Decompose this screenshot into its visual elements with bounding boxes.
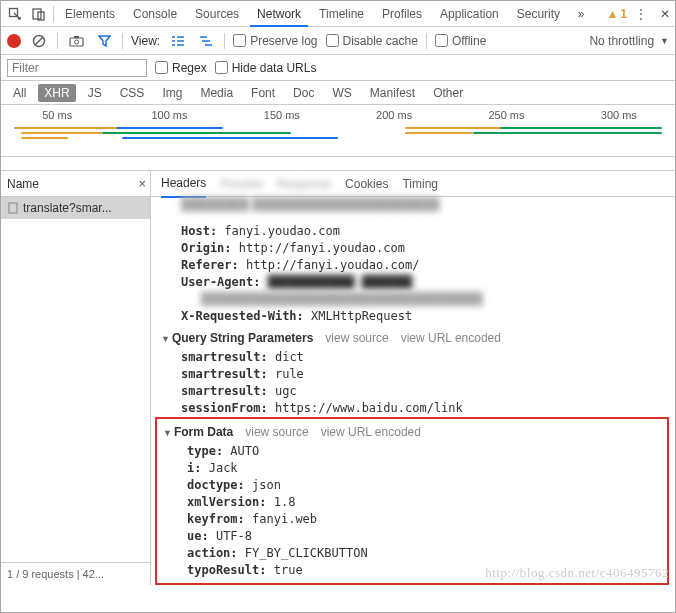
tab-timing[interactable]: Timing xyxy=(402,171,438,197)
network-toolbar: View: Preserve log Disable cache Offline… xyxy=(1,27,675,55)
header-host: Host: fanyi.youdao.com xyxy=(151,223,675,240)
type-manifest[interactable]: Manifest xyxy=(364,84,421,102)
view-url-encoded-link[interactable]: view URL encoded xyxy=(321,425,421,439)
regex-checkbox[interactable]: Regex xyxy=(155,61,207,75)
divider xyxy=(57,33,58,49)
redacted-line: ███████████████████████████████████████ xyxy=(151,291,675,308)
warnings-badge[interactable]: ▲1 xyxy=(606,7,627,21)
form-data-section[interactable]: ▼Form Data view source view URL encoded xyxy=(157,419,667,443)
svg-line-4 xyxy=(35,37,43,45)
request-name: translate?smar... xyxy=(23,201,112,215)
filter-row: Regex Hide data URLs xyxy=(1,55,675,81)
file-icon xyxy=(7,202,19,214)
type-xhr[interactable]: XHR xyxy=(38,84,75,102)
inspect-icon[interactable] xyxy=(5,4,25,24)
kebab-menu-icon[interactable]: ⋮ xyxy=(631,4,651,24)
throttling-value: No throttling xyxy=(589,34,654,48)
network-split: Name × translate?smar... 1 / 9 requests … xyxy=(1,171,675,585)
waterfall-view-icon[interactable] xyxy=(196,31,216,51)
type-all[interactable]: All xyxy=(7,84,32,102)
tab-application[interactable]: Application xyxy=(433,1,506,27)
throttling-select[interactable]: No throttling ▼ xyxy=(589,34,669,48)
warning-count: 1 xyxy=(620,7,627,21)
tab-headers[interactable]: Headers xyxy=(161,171,206,198)
view-source-link[interactable]: view source xyxy=(245,425,308,439)
form-row: action: FY_BY_CLICKBUTTON xyxy=(157,545,667,562)
triangle-down-icon: ▼ xyxy=(163,428,172,438)
type-font[interactable]: Font xyxy=(245,84,281,102)
type-css[interactable]: CSS xyxy=(114,84,151,102)
svg-rect-17 xyxy=(9,203,17,213)
offline-checkbox[interactable]: Offline xyxy=(435,34,486,48)
type-media[interactable]: Media xyxy=(194,84,239,102)
detail-tabs: Headers Preview Response Cookies Timing xyxy=(151,171,675,197)
form-row: i: Jack xyxy=(157,460,667,477)
header-user-agent: User-Agent: ████████████ ███████ xyxy=(151,274,675,291)
timeline-labels: 50 ms100 ms150 ms 200 ms250 ms300 ms xyxy=(1,109,675,123)
divider xyxy=(122,33,123,49)
qs-row: smartresult: ugc xyxy=(151,383,675,400)
divider xyxy=(426,33,427,49)
svg-rect-5 xyxy=(70,38,83,46)
tab-cookies[interactable]: Cookies xyxy=(345,171,388,197)
request-detail-pane: Headers Preview Response Cookies Timing … xyxy=(151,171,675,585)
clear-icon[interactable] xyxy=(29,31,49,51)
view-source-link[interactable]: view source xyxy=(325,331,388,345)
tab-preview[interactable]: Preview xyxy=(220,171,263,197)
qs-row: smartresult: rule xyxy=(151,366,675,383)
query-string-section[interactable]: ▼Query String Parameters view source vie… xyxy=(151,325,675,349)
divider xyxy=(224,33,225,49)
record-button[interactable] xyxy=(7,34,21,48)
close-detail-icon[interactable]: × xyxy=(138,176,146,191)
type-ws[interactable]: WS xyxy=(326,84,357,102)
close-icon[interactable]: ✕ xyxy=(655,4,675,24)
type-js[interactable]: JS xyxy=(82,84,108,102)
tab-sources[interactable]: Sources xyxy=(188,1,246,27)
request-list-pane: Name × translate?smar... 1 / 9 requests … xyxy=(1,171,151,585)
triangle-down-icon: ▼ xyxy=(161,334,170,344)
disable-cache-checkbox[interactable]: Disable cache xyxy=(326,34,418,48)
header-x-requested-with: X-Requested-With: XMLHttpRequest xyxy=(151,308,675,325)
devtools-main-tabs: Elements Console Sources Network Timelin… xyxy=(1,1,675,27)
column-name: Name xyxy=(7,177,144,191)
tab-profiles[interactable]: Profiles xyxy=(375,1,429,27)
filter-input[interactable] xyxy=(7,59,147,77)
form-row: doctype: json xyxy=(157,477,667,494)
chevron-down-icon: ▼ xyxy=(660,36,669,46)
redacted-header: ████████ ██████████████████████ xyxy=(181,197,675,223)
tab-console[interactable]: Console xyxy=(126,1,184,27)
request-row[interactable]: translate?smar... xyxy=(1,197,150,219)
capture-screenshot-icon[interactable] xyxy=(66,31,86,51)
preserve-log-checkbox[interactable]: Preserve log xyxy=(233,34,317,48)
regex-label: Regex xyxy=(172,61,207,75)
warning-icon: ▲ xyxy=(606,7,618,21)
tab-timeline[interactable]: Timeline xyxy=(312,1,371,27)
timeline-bars xyxy=(1,123,675,153)
more-tabs-icon[interactable]: » xyxy=(571,4,591,24)
qs-row: smartresult: dict xyxy=(151,349,675,366)
header-origin: Origin: http://fanyi.youdao.com xyxy=(151,240,675,257)
tab-network[interactable]: Network xyxy=(250,1,308,27)
offline-label: Offline xyxy=(452,34,486,48)
waterfall-timeline[interactable]: 50 ms100 ms150 ms 200 ms250 ms300 ms xyxy=(1,105,675,157)
type-doc[interactable]: Doc xyxy=(287,84,320,102)
tab-response[interactable]: Response xyxy=(277,171,331,197)
form-row: typoResult: true xyxy=(157,562,667,579)
tab-elements[interactable]: Elements xyxy=(58,1,122,27)
type-other[interactable]: Other xyxy=(427,84,469,102)
device-toggle-icon[interactable] xyxy=(29,4,49,24)
type-img[interactable]: Img xyxy=(156,84,188,102)
hide-data-urls-checkbox[interactable]: Hide data URLs xyxy=(215,61,317,75)
filter-icon[interactable] xyxy=(94,31,114,51)
form-row: ue: UTF-8 xyxy=(157,528,667,545)
tab-security[interactable]: Security xyxy=(510,1,567,27)
svg-rect-1 xyxy=(33,9,41,19)
form-data-highlight: ▼Form Data view source view URL encoded … xyxy=(155,417,669,585)
large-rows-icon[interactable] xyxy=(168,31,188,51)
header-referer: Referer: http://fanyi.youdao.com/ xyxy=(151,257,675,274)
divider xyxy=(53,6,54,22)
view-label: View: xyxy=(131,34,160,48)
hide-data-label: Hide data URLs xyxy=(232,61,317,75)
svg-point-6 xyxy=(74,40,78,44)
view-url-encoded-link[interactable]: view URL encoded xyxy=(401,331,501,345)
